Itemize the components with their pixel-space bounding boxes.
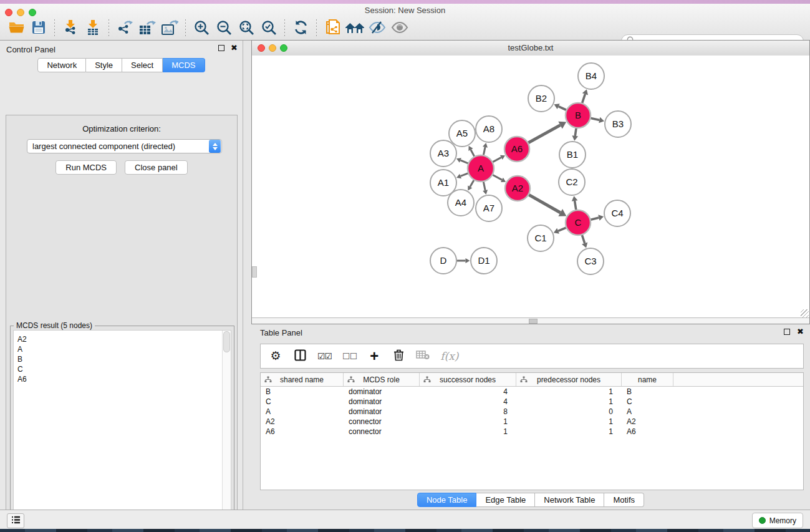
edge-A-A1[interactable] [456,173,468,178]
import-network-button[interactable] [59,19,82,39]
new-network-from-selection-button[interactable] [321,19,344,39]
edge-A2-C[interactable] [529,195,566,216]
run-mcds-button[interactable]: Run MCDS [55,160,117,175]
mcds-result-item[interactable]: A2 [17,334,231,344]
edge-D-D1[interactable] [457,258,470,263]
task-history-button[interactable] [7,513,24,528]
node-B3[interactable]: B3 [605,111,631,137]
save-session-button[interactable] [27,19,50,39]
zoom-out-button[interactable] [213,19,235,39]
node-A3[interactable]: A3 [430,140,456,167]
edge-A-A8[interactable] [483,143,488,155]
export-image-button[interactable] [158,19,181,39]
node-B1[interactable]: B1 [559,142,586,168]
horizontal-scrollbar[interactable] [252,317,809,324]
edge-A-A7[interactable] [483,182,488,195]
edge-C-C1[interactable] [554,228,566,234]
show-columns-button[interactable] [293,348,307,364]
node-B2[interactable]: B2 [528,85,554,112]
table-row[interactable]: Bdominator41B [261,387,803,397]
node-A4[interactable]: A4 [448,190,474,216]
mcds-result-item[interactable]: C [17,364,231,374]
node-D1[interactable]: D1 [471,248,497,274]
float-panel-icon[interactable] [218,45,224,51]
edge-C-C3[interactable] [582,235,587,248]
edge-A-A2[interactable] [493,175,506,181]
mcds-result-item[interactable]: A6 [17,374,231,384]
edge-C-C4[interactable] [591,215,604,220]
criterion-dropdown[interactable]: largest connected component (directed) [27,139,222,153]
scrollbar-thumb[interactable] [223,331,230,352]
tab-node-table[interactable]: Node Table [417,493,477,507]
node-C4[interactable]: C4 [604,200,630,226]
zoom-in-button[interactable] [190,19,213,39]
tab-select[interactable]: Select [122,58,163,72]
table-row[interactable]: Cdominator41C [261,397,803,407]
add-column-button[interactable]: + [367,348,381,364]
column-header-successor-nodes[interactable]: successor nodes [420,373,516,386]
memory-button[interactable]: Memory [752,513,803,528]
close-panel-icon[interactable]: ✖ [231,45,238,51]
function-builder-button[interactable]: f(x) [440,348,458,364]
edge-A-A3[interactable] [456,158,468,163]
vertical-scrollbar-thumb[interactable] [252,266,257,278]
tab-edge-table[interactable]: Edge Table [476,493,535,507]
node-C2[interactable]: C2 [559,169,585,195]
edge-A6-B[interactable] [528,122,566,143]
delete-table-button[interactable] [416,348,430,364]
mcds-result-item[interactable]: A [17,344,231,354]
node-A6[interactable]: A6 [504,137,529,162]
float-table-panel-icon[interactable] [784,329,790,335]
column-header-predecessor-nodes[interactable]: predecessor nodes [516,373,622,386]
export-network-button[interactable] [113,19,136,39]
close-table-panel-icon[interactable]: ✖ [797,329,804,335]
result-list-scrollbar[interactable] [222,331,231,532]
table-row[interactable]: Adominator80A [261,407,803,417]
zoom-fit-button[interactable] [235,19,258,39]
deselect-all-button[interactable]: ☐☐ [342,348,357,364]
node-C3[interactable]: C3 [577,248,604,274]
tab-mcds[interactable]: MCDS [163,58,205,72]
edge-B-B1[interactable] [572,128,578,141]
edge-B-B2[interactable] [554,104,566,110]
select-all-button[interactable]: ☑☑ [317,348,332,364]
hide-selected-button[interactable] [366,19,388,39]
column-header-name[interactable]: name [622,373,673,386]
close-panel-button[interactable]: Close panel [125,160,188,175]
table-row[interactable]: A6connector11A6 [261,427,803,437]
node-A2[interactable]: A2 [505,176,530,201]
network-window-titlebar[interactable]: testGlobe.txt [252,41,809,56]
node-C[interactable]: C [566,210,591,235]
table-row[interactable]: A2connector11A2 [261,417,803,427]
node-A7[interactable]: A7 [476,195,502,221]
export-table-button[interactable] [136,19,158,39]
edge-C-C2[interactable] [572,196,578,210]
tab-network-table[interactable]: Network Table [535,493,604,507]
table-settings-button[interactable]: ⚙ [269,348,282,364]
zoom-selected-button[interactable] [258,19,280,39]
column-header-MCDS-role[interactable]: MCDS role [344,373,420,386]
resize-grip[interactable] [801,309,809,317]
column-header-shared-name[interactable]: shared name [261,373,344,386]
open-file-button[interactable] [5,19,27,39]
node-C1[interactable]: C1 [528,225,554,251]
first-neighbors-button[interactable] [344,19,366,39]
apply-layout-button[interactable] [289,19,312,39]
tab-style[interactable]: Style [86,58,122,72]
edge-B-B3[interactable] [591,117,605,123]
horizontal-scrollbar-thumb[interactable] [529,319,538,324]
network-canvas[interactable]: B4B2BB3A8A5A6A3B1AA1C2A2A4A7C4CC1C3DD1 [252,56,809,318]
node-D[interactable]: D [430,248,456,274]
node-B[interactable]: B [566,103,591,128]
edge-A-A4[interactable] [468,180,474,191]
delete-column-button[interactable] [392,348,405,364]
mcds-result-list[interactable]: A2ABCA6 [13,330,231,532]
tab-motifs[interactable]: Motifs [604,493,644,507]
node-A8[interactable]: A8 [476,116,502,142]
edge-B-B4[interactable] [582,89,588,103]
node-B4[interactable]: B4 [578,63,604,89]
tab-network[interactable]: Network [37,58,86,72]
show-graphics-details-button[interactable] [388,19,411,39]
mcds-result-item[interactable]: B [17,354,231,364]
node-A[interactable]: A [468,155,494,181]
